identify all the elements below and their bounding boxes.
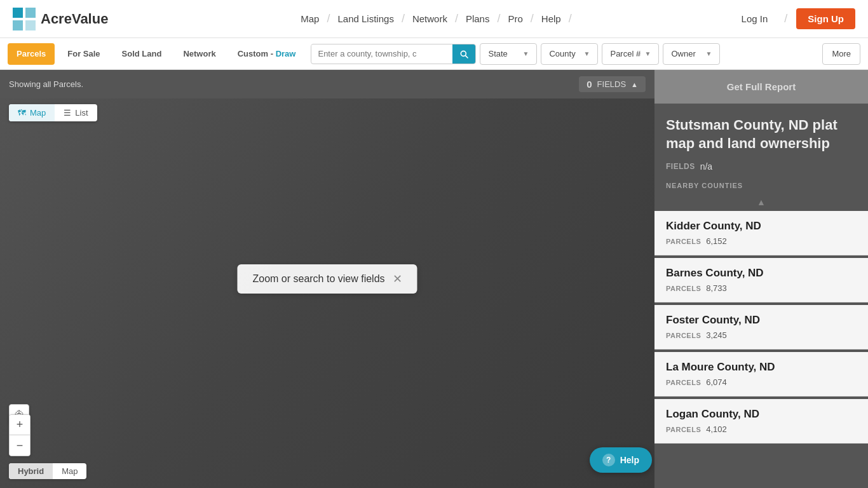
parcel-dropdown[interactable]: Parcel # ▼	[602, 43, 659, 65]
tab-network[interactable]: Network	[174, 43, 224, 65]
fields-number: 0	[587, 79, 592, 90]
tab-for-sale[interactable]: For Sale	[58, 43, 109, 65]
county-card-lamoure[interactable]: La Moure County, ND PARCELS 6,074	[654, 352, 868, 396]
view-toggle: 🗺 Map ☰ List	[9, 104, 97, 121]
county-name: La Moure County, ND	[666, 361, 857, 374]
nav-network[interactable]: Network	[406, 13, 454, 24]
tab-custom[interactable]: Custom - Draw	[229, 43, 305, 65]
map-view-icon: 🗺	[18, 108, 26, 118]
parcels-label: PARCELS	[666, 238, 701, 245]
nav-sep-4: /	[496, 12, 501, 25]
parcels-value: 8,733	[706, 283, 727, 293]
parcels-value: 6,074	[706, 377, 727, 387]
zoom-notice-text: Zoom or search to view fields	[252, 273, 384, 285]
main-nav: Map / Land Listings / Network / Plans / …	[133, 12, 733, 25]
view-map-button[interactable]: 🗺 Map	[9, 104, 55, 121]
zoom-in-button[interactable]: +	[10, 415, 30, 435]
nav-help[interactable]: Help	[535, 13, 567, 24]
nav-pro[interactable]: Pro	[501, 13, 529, 24]
right-panel: Get Full Report Stutsman County, ND plat…	[654, 70, 868, 488]
map-button[interactable]: Map	[53, 463, 86, 479]
tab-parcels[interactable]: Parcels	[8, 43, 55, 65]
panel-fields-row: FIELDS n/a	[654, 156, 868, 179]
parcels-label: PARCELS	[666, 379, 701, 386]
logo[interactable]: AcreValue	[13, 8, 108, 30]
logo-icon	[13, 8, 36, 30]
parcels-label: PARCELS	[666, 285, 701, 292]
fields-count-badge: 0 FIELDS ▲	[579, 76, 646, 92]
view-list-button[interactable]: ☰ List	[55, 104, 97, 121]
chevron-down-icon: ▼	[706, 50, 712, 57]
logo-text: AcreValue	[41, 11, 108, 27]
county-dropdown[interactable]: County ▼	[541, 43, 598, 65]
nav-land-listings[interactable]: Land Listings	[331, 13, 400, 24]
county-parcels-row: PARCELS 8,733	[666, 283, 857, 293]
main-content: Showing all Parcels. 0 FIELDS ▲ 🗺 Map ☰ …	[0, 70, 868, 488]
nav-map[interactable]: Map	[294, 13, 325, 24]
scroll-up-icon: ▲	[654, 194, 868, 210]
svg-rect-3	[25, 20, 36, 30]
fields-label: FIELDS	[597, 79, 627, 89]
nav-sep-2: /	[400, 12, 406, 25]
owner-dropdown[interactable]: Owner ▼	[663, 43, 720, 65]
map-area[interactable]: Showing all Parcels. 0 FIELDS ▲ 🗺 Map ☰ …	[0, 70, 654, 488]
parcels-value: 3,245	[706, 330, 727, 340]
chevron-down-icon: ▼	[645, 50, 651, 57]
svg-rect-1	[25, 8, 36, 18]
nav-sep-5: /	[529, 12, 535, 25]
search-icon	[459, 49, 469, 59]
county-name: Barnes County, ND	[666, 267, 857, 280]
nav-sep-3: /	[454, 12, 459, 25]
login-button[interactable]: Log In	[734, 10, 776, 28]
signup-button[interactable]: Sign Up	[796, 8, 855, 29]
parcels-label: PARCELS	[666, 426, 701, 433]
parcels-label: PARCELS	[666, 332, 701, 339]
chevron-down-icon: ▼	[584, 50, 590, 57]
county-name: Foster County, ND	[666, 314, 857, 327]
zoom-out-button[interactable]: −	[10, 435, 30, 456]
search-input[interactable]	[311, 45, 452, 62]
county-name: Kidder County, ND	[666, 220, 857, 233]
panel-fields-value: n/a	[700, 161, 712, 172]
zoom-notice-close[interactable]: ✕	[393, 272, 402, 286]
nav-plans[interactable]: Plans	[459, 13, 496, 24]
tab-sold-land[interactable]: Sold Land	[113, 43, 171, 65]
showing-text: Showing all Parcels.	[9, 79, 83, 89]
panel-fields-label: FIELDS	[666, 162, 695, 171]
panel-title: Stutsman County, ND plat map and land ow…	[654, 104, 868, 156]
parcels-value: 6,152	[706, 236, 727, 246]
showing-bar: Showing all Parcels. 0 FIELDS ▲	[0, 70, 654, 98]
parcels-value: 4,102	[706, 424, 727, 434]
help-icon: ?	[602, 454, 615, 466]
map-style-toggle: Hybrid Map	[9, 463, 86, 479]
header-actions: Log In / Sign Up	[734, 8, 855, 29]
search-button[interactable]	[452, 44, 475, 64]
svg-rect-2	[13, 20, 23, 30]
county-card-kidder[interactable]: Kidder County, ND PARCELS 6,152	[654, 211, 868, 255]
county-parcels-row: PARCELS 4,102	[666, 424, 857, 434]
header: AcreValue Map / Land Listings / Network …	[0, 0, 868, 38]
chevron-up-icon: ▲	[631, 81, 638, 88]
county-card-foster[interactable]: Foster County, ND PARCELS 3,245	[654, 305, 868, 349]
county-card-logan[interactable]: Logan County, ND PARCELS 4,102	[654, 399, 868, 444]
hybrid-button[interactable]: Hybrid	[9, 463, 53, 479]
draw-label: Draw	[276, 49, 296, 58]
county-name: Logan County, ND	[666, 408, 857, 421]
svg-rect-0	[13, 8, 23, 18]
nav-sep-6: /	[567, 12, 573, 25]
chevron-down-icon: ▼	[523, 50, 529, 57]
list-view-icon: ☰	[64, 108, 71, 118]
nearby-counties-header: NEARBY COUNTIES	[654, 179, 868, 194]
help-button[interactable]: ? Help	[590, 447, 652, 473]
zoom-controls: + −	[9, 414, 31, 456]
zoom-notice: Zoom or search to view fields ✕	[237, 264, 417, 294]
nav-sep-7: /	[783, 12, 789, 25]
nav-sep-1: /	[325, 12, 331, 25]
more-button[interactable]: More	[822, 43, 860, 65]
county-parcels-row: PARCELS 3,245	[666, 330, 857, 340]
county-parcels-row: PARCELS 6,074	[666, 377, 857, 387]
get-full-report-button[interactable]: Get Full Report	[654, 70, 868, 104]
state-dropdown[interactable]: State ▼	[480, 43, 537, 65]
county-parcels-row: PARCELS 6,152	[666, 236, 857, 246]
county-card-barnes[interactable]: Barnes County, ND PARCELS 8,733	[654, 258, 868, 302]
